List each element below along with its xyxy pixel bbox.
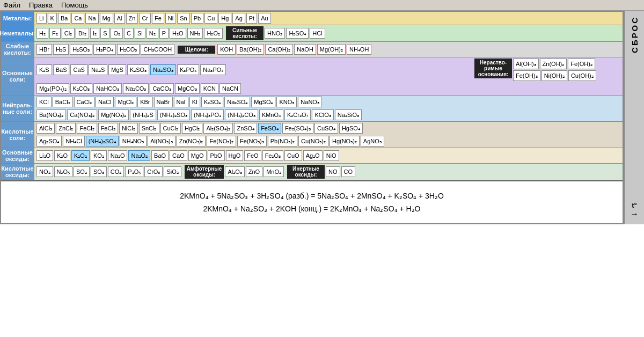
cell-AlCl[interactable]: AlCl₃: [36, 123, 55, 134]
cell-SnCl[interactable]: SnCl₂: [139, 123, 159, 134]
cell-KMnO[interactable]: KMnO₄: [259, 109, 283, 120]
cell-NaSiO[interactable]: Na₂SiO₃: [335, 109, 362, 120]
cell-HgNO[interactable]: Hg(NO₃)₂: [330, 136, 360, 146]
cell-MgPO[interactable]: Mg₃(PO₄)₂: [36, 83, 69, 94]
cell-KPO[interactable]: K₃PO₄: [177, 64, 199, 75]
cell-H[interactable]: H₂: [36, 28, 48, 39]
cell-PbO[interactable]: PbO: [208, 150, 225, 161]
cell-NaCO[interactable]: Na₂CO₃: [123, 83, 149, 94]
cell-CaCO[interactable]: CaCO₃: [150, 83, 174, 94]
cell-C[interactable]: C: [124, 28, 134, 39]
cell-HSO[interactable]: H₂SO₃: [70, 44, 92, 55]
menu-help[interactable]: Помощь: [61, 1, 88, 9]
cell-MgOH[interactable]: Mg(OH)₂: [317, 44, 346, 55]
cell-Pb[interactable]: Pb: [191, 13, 203, 24]
cell-AlOH[interactable]: Al(OH)₃: [513, 58, 539, 69]
cell-Ag[interactable]: Ag: [232, 13, 245, 24]
cell-Mg[interactable]: Mg: [100, 13, 113, 24]
cell-KCrO[interactable]: K₂Cr₂O₇: [284, 109, 311, 120]
cell-HO[interactable]: H₂O: [170, 28, 186, 39]
cell-NO[interactable]: N₂O₅: [54, 166, 73, 177]
cell-HgCl[interactable]: HgCl₂: [182, 123, 202, 134]
menu-file[interactable]: Файл: [3, 1, 20, 9]
cell-MgSO[interactable]: MgSO₄: [251, 97, 275, 107]
cell-FeNO[interactable]: Fe(NO₃)₃: [237, 136, 267, 146]
cell-KO[interactable]: KO₂: [91, 150, 107, 161]
cell-NaNO[interactable]: NaNO₃: [298, 97, 322, 107]
cell-FeO[interactable]: Fe₂O₃: [262, 150, 283, 161]
cell-NO[interactable]: NO: [326, 166, 340, 177]
cell-CuOH[interactable]: Cu(OH)₂: [568, 70, 596, 81]
cell-Br[interactable]: Br₂: [76, 28, 89, 39]
cell-Hg[interactable]: Hg: [218, 13, 231, 24]
cell-NaCl[interactable]: NaCl: [96, 97, 114, 107]
cell-NiOH[interactable]: Ni(OH)₂: [541, 70, 567, 81]
cell-Au[interactable]: Au: [258, 13, 270, 24]
cell-NHSO[interactable]: (NH₄)₂SO₄: [86, 136, 119, 146]
cell-S[interactable]: S: [100, 28, 109, 39]
cell-CuCl[interactable]: CuCl₂: [160, 123, 181, 134]
cell-KNO[interactable]: KNO₃: [276, 97, 297, 107]
cell-CHCOOH[interactable]: CH₃COOH: [141, 44, 174, 55]
cell-NaSO[interactable]: Na₂SO₃: [150, 64, 176, 75]
cell-ZnCl[interactable]: ZnCl₂: [56, 123, 76, 134]
cell-Ni[interactable]: Ni: [165, 13, 176, 24]
cell-KOH[interactable]: KOH: [217, 44, 236, 55]
cell-Ba[interactable]: Ba: [58, 13, 70, 24]
cell-HS[interactable]: H₂S: [53, 44, 69, 55]
cell-NaI[interactable]: NaI: [174, 97, 188, 107]
cell-HCl[interactable]: HCl: [310, 28, 325, 39]
cell-KI[interactable]: KI: [189, 97, 200, 107]
cell-K[interactable]: K: [48, 13, 57, 24]
cell-CuSO[interactable]: CuSO₄: [314, 123, 338, 134]
cell-ZnO[interactable]: ZnO: [246, 166, 262, 177]
cell-Li[interactable]: Li: [36, 13, 47, 24]
cell-CaO[interactable]: CaO: [170, 150, 187, 161]
cell-FeSO[interactable]: Fe₂(SO₄)₃: [282, 123, 313, 134]
cell-LiO[interactable]: Li₂O: [36, 150, 53, 161]
cell-AlO[interactable]: Al₂O₃: [225, 166, 244, 177]
cell-MnO[interactable]: MnO₂: [264, 166, 284, 177]
cell-KCO[interactable]: K₂CO₃: [70, 83, 93, 94]
cell-PO[interactable]: P₂O₅: [125, 166, 143, 177]
cell-KClO[interactable]: KClO₃: [312, 109, 333, 120]
cell-CO[interactable]: CO₂: [108, 166, 125, 177]
cell-BaO[interactable]: BaO: [151, 150, 169, 161]
cell-AgO[interactable]: Ag₂O: [303, 150, 323, 161]
cell-KBr[interactable]: KBr: [137, 97, 152, 107]
cell-NiCl[interactable]: NiCl₂: [119, 123, 138, 134]
cell-MgNO[interactable]: Mg(NO₃)₂: [98, 109, 129, 120]
cell-NHSO[interactable]: (NH₄)₂SO₃: [157, 109, 190, 120]
cell-KS[interactable]: K₂S: [36, 64, 52, 75]
cell-Cl[interactable]: Cl₂: [62, 28, 75, 39]
cell-CaOH[interactable]: Ca(OH)₂: [265, 44, 293, 55]
cell-SiO[interactable]: SiO₂: [164, 166, 181, 177]
cell-AgSO[interactable]: Ag₂SO₄: [36, 136, 62, 146]
cell-N[interactable]: N₂: [147, 28, 158, 39]
cell-KO[interactable]: K₂O: [54, 150, 70, 161]
cell-NaBr[interactable]: NaBr: [154, 97, 173, 107]
cell-NHOH[interactable]: NH₄OH: [347, 44, 371, 55]
cell-SO[interactable]: SO₃: [91, 166, 107, 177]
cell-HCO[interactable]: H₂CO₃: [117, 44, 140, 55]
cell-CaCl[interactable]: CaCl₂: [74, 97, 94, 107]
cell-Cr[interactable]: Cr: [139, 13, 151, 24]
cell-NaO[interactable]: Na₂O₂: [128, 150, 150, 161]
cell-P[interactable]: P: [159, 28, 169, 39]
cell-FeCl[interactable]: FeCl₃: [98, 123, 118, 134]
cell-NO[interactable]: NO₂: [36, 166, 53, 177]
cell-HSO[interactable]: H₂SO₄: [286, 28, 309, 39]
cell-Na[interactable]: Na: [85, 13, 98, 24]
cell-SO[interactable]: SO₂: [74, 166, 90, 177]
cell-KSO[interactable]: K₂SO₃: [127, 64, 149, 75]
cell-KCN[interactable]: KCN: [201, 83, 218, 94]
cell-NaOH[interactable]: NaOH: [294, 44, 316, 55]
cell-CrO[interactable]: CrO₃: [144, 166, 163, 177]
cell-NHPO[interactable]: (NH₄)₃PO₄: [191, 109, 224, 120]
cell-HNO[interactable]: HNO₃: [265, 28, 285, 39]
cell-Cu[interactable]: Cu: [204, 13, 217, 24]
cell-BaCl[interactable]: BaCl₂: [53, 97, 73, 107]
cell-NaO[interactable]: Na₂O: [108, 150, 128, 161]
cell-NaCN[interactable]: NaCN: [219, 83, 241, 94]
cell-KO[interactable]: K₂O₂: [71, 150, 90, 161]
